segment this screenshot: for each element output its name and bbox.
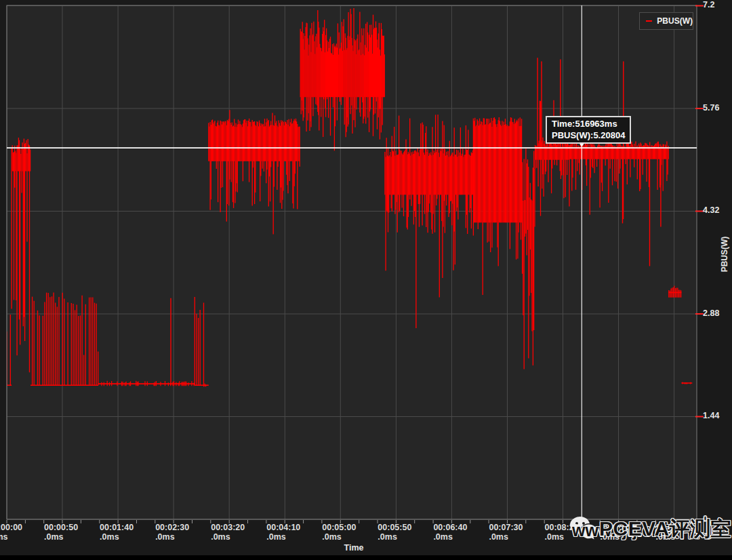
legend-label: PBUS(W) bbox=[657, 16, 693, 26]
pbus-power-chart[interactable] bbox=[0, 0, 732, 560]
x-tick-label: 00:00:50.0ms bbox=[44, 523, 89, 542]
y-tick-label: 1.44 bbox=[703, 411, 732, 420]
cursor-tooltip: Time:516963ms PBUS(W):5.20804 bbox=[546, 116, 631, 144]
x-tick-label: 00:02:30.0ms bbox=[155, 523, 200, 542]
x-axis-title: Time bbox=[333, 543, 374, 553]
app-window: 7.25.764.322.881.440 00:00:00.0ms00:00:5… bbox=[0, 0, 732, 560]
y-tick-label: 7.2 bbox=[703, 0, 732, 9]
legend[interactable]: PBUS(W) bbox=[639, 12, 693, 30]
legend-line-swatch bbox=[646, 20, 652, 22]
y-tick-label: 4.32 bbox=[703, 205, 732, 215]
y-tick-label: 2.88 bbox=[703, 308, 732, 318]
x-tick-label: 00:10:00.0ms bbox=[656, 523, 701, 542]
y-axis-title: PBUS(W) bbox=[720, 223, 729, 285]
x-tick-label: 00:08:20.0ms bbox=[545, 523, 590, 542]
x-tick-label: 00:04:10.0ms bbox=[266, 523, 311, 542]
x-tick-label: 00:05:00.0ms bbox=[322, 523, 367, 542]
x-tick-label: 00:06:40.0ms bbox=[433, 523, 478, 542]
x-tick-label: 00:03:20.0ms bbox=[211, 523, 256, 542]
y-tick-label: 5.76 bbox=[703, 103, 732, 113]
x-tick-label: 00:07:30.0ms bbox=[489, 523, 533, 542]
bottom-bar bbox=[0, 555, 732, 560]
tooltip-power-value: PBUS(W):5.20804 bbox=[552, 129, 625, 141]
x-tick-label: 00:09:10.0ms bbox=[601, 523, 645, 542]
x-tick-label: 00:01:40.0ms bbox=[100, 523, 144, 542]
x-tick-label: 00:05:50.0ms bbox=[378, 523, 422, 542]
x-tick-label: 00:00:00.0ms bbox=[0, 523, 33, 542]
tooltip-time-value: Time:516963ms bbox=[552, 118, 625, 129]
y-tick-label: 0 bbox=[703, 514, 732, 523]
